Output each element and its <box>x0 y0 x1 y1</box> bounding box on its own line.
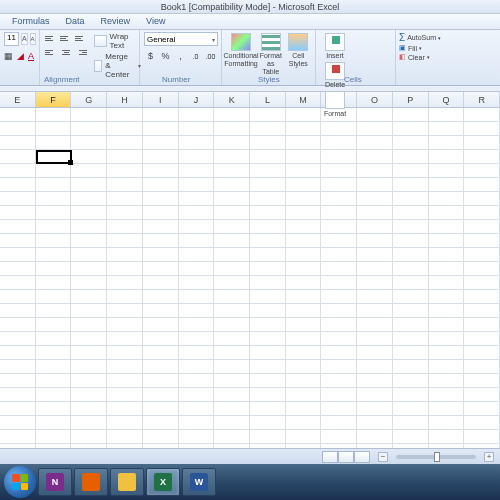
grid-cell[interactable] <box>107 262 143 275</box>
menu-review[interactable]: Review <box>93 14 139 29</box>
grid-cell[interactable] <box>393 416 429 429</box>
col-head-L[interactable]: L <box>250 92 286 107</box>
grid-cell[interactable] <box>107 192 143 205</box>
grid-cell[interactable] <box>143 290 179 303</box>
grid-cell[interactable] <box>250 122 286 135</box>
grid-cell[interactable] <box>429 206 465 219</box>
grid-cell[interactable] <box>0 248 36 261</box>
grid-cell[interactable] <box>107 416 143 429</box>
grid-cell[interactable] <box>143 388 179 401</box>
grid-cell[interactable] <box>0 374 36 387</box>
grid-cell[interactable] <box>464 178 500 191</box>
grid-cell[interactable] <box>107 234 143 247</box>
grid-cell[interactable] <box>36 444 72 448</box>
grid-cell[interactable] <box>36 332 72 345</box>
grid-cell[interactable] <box>36 416 72 429</box>
grid-cell[interactable] <box>71 290 107 303</box>
grid-cell[interactable] <box>464 430 500 443</box>
col-head-J[interactable]: J <box>179 92 215 107</box>
grid-cell[interactable] <box>36 108 72 121</box>
grid-cell[interactable] <box>214 444 250 448</box>
grid-cell[interactable] <box>286 122 322 135</box>
col-head-E[interactable]: E <box>0 92 36 107</box>
menu-data[interactable]: Data <box>58 14 93 29</box>
grid-cell[interactable] <box>393 122 429 135</box>
font-size-input[interactable]: 11 <box>4 32 19 46</box>
grid-cell[interactable] <box>286 276 322 289</box>
grid-cell[interactable] <box>357 416 393 429</box>
taskbar-onenote[interactable]: N <box>38 468 72 496</box>
grid-cell[interactable] <box>429 360 465 373</box>
grid-cell[interactable] <box>429 248 465 261</box>
grid-cell[interactable] <box>464 290 500 303</box>
menu-formulas[interactable]: Formulas <box>4 14 58 29</box>
grid-cell[interactable] <box>36 304 72 317</box>
grid-cell[interactable] <box>107 360 143 373</box>
grid-cell[interactable] <box>286 318 322 331</box>
grid-cell[interactable] <box>393 276 429 289</box>
comma-icon[interactable]: , <box>174 49 187 63</box>
grid-cell[interactable] <box>429 108 465 121</box>
grid-cell[interactable] <box>143 192 179 205</box>
grid-cell[interactable] <box>71 332 107 345</box>
grid-cell[interactable] <box>286 220 322 233</box>
col-head-I[interactable]: I <box>143 92 179 107</box>
grid-cell[interactable] <box>286 248 322 261</box>
grid-cell[interactable] <box>250 388 286 401</box>
col-head-R[interactable]: R <box>464 92 500 107</box>
grid-cell[interactable] <box>71 402 107 415</box>
grid-cell[interactable] <box>0 416 36 429</box>
grid-cell[interactable] <box>71 248 107 261</box>
grid-cell[interactable] <box>321 178 357 191</box>
page-layout-view-button[interactable] <box>338 451 354 463</box>
grid-cell[interactable] <box>214 346 250 359</box>
grid-cell[interactable] <box>321 164 357 177</box>
grid-cell[interactable] <box>107 374 143 387</box>
grid-cell[interactable] <box>393 234 429 247</box>
grid-cell[interactable] <box>179 430 215 443</box>
grid-cell[interactable] <box>321 318 357 331</box>
grid-cell[interactable] <box>0 360 36 373</box>
grid-cell[interactable] <box>179 416 215 429</box>
grid-cell[interactable] <box>464 444 500 448</box>
grid-cell[interactable] <box>143 136 179 149</box>
col-head-G[interactable]: G <box>71 92 107 107</box>
grid-cell[interactable] <box>71 234 107 247</box>
grid-cell[interactable] <box>36 248 72 261</box>
grid-cell[interactable] <box>214 136 250 149</box>
grid-cell[interactable] <box>71 206 107 219</box>
grid-cell[interactable] <box>36 402 72 415</box>
grid-cell[interactable] <box>250 444 286 448</box>
grid-cell[interactable] <box>321 416 357 429</box>
grid-cell[interactable] <box>357 220 393 233</box>
grid-cell[interactable] <box>71 444 107 448</box>
grid-cell[interactable] <box>250 136 286 149</box>
grid-cell[interactable] <box>0 150 36 163</box>
grid-cell[interactable] <box>357 332 393 345</box>
grid-cell[interactable] <box>107 108 143 121</box>
grid-cell[interactable] <box>0 164 36 177</box>
grid-cell[interactable] <box>179 444 215 448</box>
clear-button[interactable]: ◧Clear▾ <box>399 53 453 61</box>
selected-cell[interactable] <box>36 150 72 164</box>
grid-cell[interactable] <box>429 444 465 448</box>
grid-cell[interactable] <box>393 220 429 233</box>
grid-cell[interactable] <box>250 290 286 303</box>
grid-cell[interactable] <box>357 374 393 387</box>
grid-cell[interactable] <box>429 416 465 429</box>
grid-cell[interactable] <box>250 192 286 205</box>
grid-cell[interactable] <box>0 262 36 275</box>
grid-cell[interactable] <box>250 332 286 345</box>
grid-cell[interactable] <box>71 122 107 135</box>
grid-cell[interactable] <box>286 304 322 317</box>
grid-cell[interactable] <box>71 416 107 429</box>
cell-grid[interactable] <box>0 108 500 448</box>
grid-cell[interactable] <box>179 108 215 121</box>
grid-cell[interactable] <box>393 164 429 177</box>
grid-cell[interactable] <box>107 248 143 261</box>
grid-cell[interactable] <box>393 178 429 191</box>
grid-cell[interactable] <box>357 318 393 331</box>
grid-cell[interactable] <box>286 374 322 387</box>
grid-cell[interactable] <box>321 444 357 448</box>
grid-cell[interactable] <box>143 346 179 359</box>
